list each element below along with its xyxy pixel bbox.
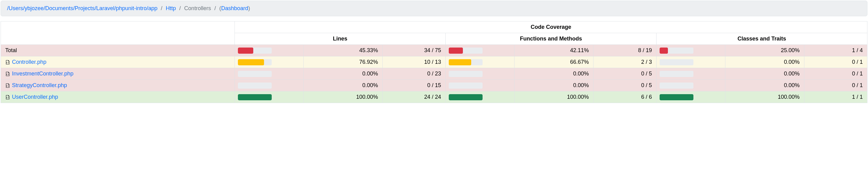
classes-frac: 1 / 1 bbox=[804, 91, 867, 103]
progress-bar bbox=[660, 71, 693, 77]
lines-pct: 0.00% bbox=[304, 68, 383, 80]
progress-bar bbox=[238, 94, 272, 100]
classes-pct: 0.00% bbox=[725, 56, 804, 68]
functions-pct: 100.00% bbox=[515, 91, 593, 103]
functions-bar-cell bbox=[446, 68, 515, 80]
classes-frac: 1 / 4 bbox=[804, 45, 867, 56]
breadcrumb-separator: / bbox=[214, 5, 216, 11]
total-label: Total bbox=[5, 47, 17, 53]
file-icon bbox=[5, 71, 12, 77]
functions-bar-cell bbox=[446, 45, 515, 56]
progress-bar bbox=[449, 71, 483, 77]
lines-bar-cell bbox=[235, 80, 304, 91]
lines-bar-cell bbox=[235, 56, 304, 68]
progress-bar-fill bbox=[449, 94, 483, 100]
name-cell: StrategyController.php bbox=[1, 80, 235, 91]
th-coverage: Code Coverage bbox=[235, 22, 867, 33]
progress-bar-fill bbox=[238, 47, 253, 54]
file-link[interactable]: StrategyController.php bbox=[12, 82, 67, 88]
classes-pct: 100.00% bbox=[725, 91, 804, 103]
classes-frac: 0 / 1 bbox=[804, 68, 867, 80]
file-icon bbox=[5, 59, 12, 65]
classes-bar-cell bbox=[656, 56, 725, 68]
functions-frac: 8 / 19 bbox=[593, 45, 656, 56]
classes-frac: 0 / 1 bbox=[804, 56, 867, 68]
th-name bbox=[1, 22, 235, 45]
lines-pct: 76.92% bbox=[304, 56, 383, 68]
name-cell: UserController.php bbox=[1, 91, 235, 103]
progress-bar bbox=[238, 82, 272, 89]
classes-pct: 25.00% bbox=[725, 45, 804, 56]
progress-bar bbox=[449, 82, 483, 89]
file-row: InvestmentController.php0.00%0 / 230.00%… bbox=[1, 68, 867, 80]
file-row: Controller.php76.92%10 / 1366.67%2 / 30.… bbox=[1, 56, 867, 68]
classes-pct: 0.00% bbox=[725, 80, 804, 91]
th-lines: Lines bbox=[235, 33, 446, 45]
classes-bar-cell bbox=[656, 80, 725, 91]
lines-frac: 24 / 24 bbox=[382, 91, 445, 103]
breadcrumb-root[interactable]: /Users/ybjozee/Documents/Projects/Larave… bbox=[7, 5, 157, 11]
lines-frac: 0 / 15 bbox=[382, 80, 445, 91]
file-icon bbox=[5, 94, 12, 100]
progress-bar-fill bbox=[660, 94, 693, 100]
breadcrumb-controllers: Controllers bbox=[184, 5, 211, 11]
coverage-table: Code Coverage Lines Functions and Method… bbox=[1, 21, 867, 103]
progress-bar bbox=[449, 94, 483, 100]
lines-pct: 100.00% bbox=[304, 91, 383, 103]
lines-pct: 45.33% bbox=[304, 45, 383, 56]
progress-bar-fill bbox=[449, 47, 463, 54]
file-row: UserController.php100.00%24 / 24100.00%6… bbox=[1, 91, 867, 103]
progress-bar bbox=[238, 71, 272, 77]
functions-pct: 0.00% bbox=[515, 80, 593, 91]
functions-pct: 0.00% bbox=[515, 68, 593, 80]
file-link[interactable]: InvestmentController.php bbox=[12, 71, 73, 77]
functions-frac: 6 / 6 bbox=[593, 91, 656, 103]
lines-bar-cell bbox=[235, 45, 304, 56]
breadcrumb-current[interactable]: Dashboard bbox=[221, 5, 248, 11]
th-classes: Classes and Traits bbox=[656, 33, 867, 45]
classes-pct: 0.00% bbox=[725, 68, 804, 80]
lines-frac: 10 / 13 bbox=[382, 56, 445, 68]
functions-bar-cell bbox=[446, 91, 515, 103]
progress-bar bbox=[660, 47, 693, 54]
progress-bar-fill bbox=[449, 59, 471, 65]
progress-bar bbox=[238, 47, 272, 54]
file-link[interactable]: UserController.php bbox=[12, 94, 58, 100]
name-cell: Controller.php bbox=[1, 56, 235, 68]
progress-bar-fill bbox=[660, 47, 668, 54]
progress-bar-fill bbox=[238, 59, 264, 65]
breadcrumb-separator: / bbox=[179, 5, 181, 11]
progress-bar bbox=[660, 82, 693, 89]
lines-frac: 0 / 23 bbox=[382, 68, 445, 80]
classes-frac: 0 / 1 bbox=[804, 80, 867, 91]
lines-bar-cell bbox=[235, 68, 304, 80]
breadcrumb-separator: / bbox=[161, 5, 162, 11]
lines-pct: 0.00% bbox=[304, 80, 383, 91]
progress-bar bbox=[238, 59, 272, 65]
progress-bar bbox=[660, 59, 693, 65]
functions-frac: 0 / 5 bbox=[593, 80, 656, 91]
functions-frac: 0 / 5 bbox=[593, 68, 656, 80]
classes-bar-cell bbox=[656, 45, 725, 56]
file-icon bbox=[5, 82, 12, 88]
lines-bar-cell bbox=[235, 91, 304, 103]
functions-pct: 66.67% bbox=[515, 56, 593, 68]
classes-bar-cell bbox=[656, 91, 725, 103]
progress-bar bbox=[449, 47, 483, 54]
lines-frac: 34 / 75 bbox=[382, 45, 445, 56]
total-row: Total45.33%34 / 7542.11%8 / 1925.00%1 / … bbox=[1, 45, 867, 56]
th-functions: Functions and Methods bbox=[446, 33, 656, 45]
progress-bar bbox=[449, 59, 483, 65]
breadcrumb-current-wrapper: (Dashboard) bbox=[219, 5, 250, 11]
breadcrumb-http[interactable]: Http bbox=[166, 5, 176, 11]
classes-bar-cell bbox=[656, 68, 725, 80]
functions-frac: 2 / 3 bbox=[593, 56, 656, 68]
progress-bar bbox=[660, 94, 693, 100]
file-link[interactable]: Controller.php bbox=[12, 59, 46, 65]
name-cell: Total bbox=[1, 45, 235, 56]
breadcrumb: /Users/ybjozee/Documents/Projects/Larave… bbox=[1, 1, 867, 16]
functions-bar-cell bbox=[446, 80, 515, 91]
file-row: StrategyController.php0.00%0 / 150.00%0 … bbox=[1, 80, 867, 91]
functions-bar-cell bbox=[446, 56, 515, 68]
functions-pct: 42.11% bbox=[515, 45, 593, 56]
